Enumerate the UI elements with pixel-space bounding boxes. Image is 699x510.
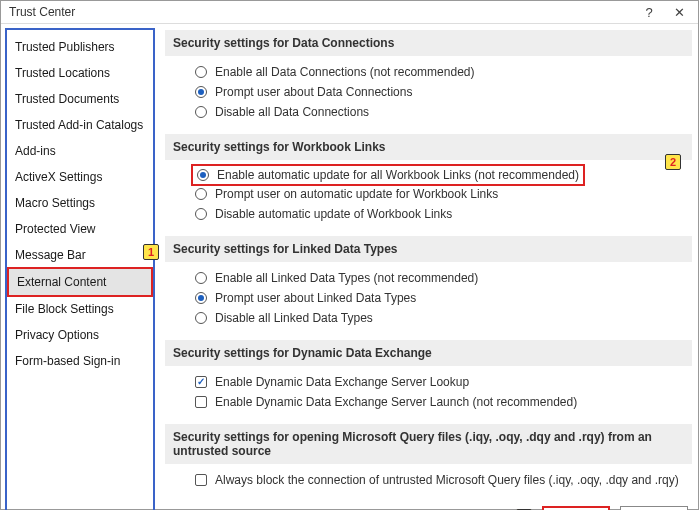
group-linked-data-types: Enable all Linked Data Types (not recomm… xyxy=(165,262,692,334)
sidebar-item-file-block-settings[interactable]: File Block Settings xyxy=(7,296,153,322)
titlebar: Trust Center ? ✕ xyxy=(1,1,698,24)
radio-icon xyxy=(195,312,207,324)
checkbox-icon: ✓ xyxy=(195,376,207,388)
group-query-files: Always block the connection of untrusted… xyxy=(165,464,692,496)
radio-icon xyxy=(195,188,207,200)
radio-icon xyxy=(195,106,207,118)
group-header-dde: Security settings for Dynamic Data Excha… xyxy=(165,340,692,366)
group-dde: ✓ Enable Dynamic Data Exchange Server Lo… xyxy=(165,366,692,418)
sidebar-item-protected-view[interactable]: Protected View xyxy=(7,216,153,242)
sidebar-item-macro-settings[interactable]: Macro Settings xyxy=(7,190,153,216)
radio-icon xyxy=(195,208,207,220)
radio-icon xyxy=(195,66,207,78)
sidebar-item-trusted-locations[interactable]: Trusted Locations xyxy=(7,60,153,86)
checkbox-block-query-files[interactable]: Always block the connection of untrusted… xyxy=(195,470,688,490)
radio-disable-data-connections[interactable]: Disable all Data Connections xyxy=(195,102,688,122)
radio-disable-workbook-links[interactable]: Disable automatic update of Workbook Lin… xyxy=(195,204,688,224)
sidebar-item-message-bar[interactable]: Message Bar 1 xyxy=(7,242,153,268)
radio-prompt-workbook-links[interactable]: Prompt user on automatic update for Work… xyxy=(195,184,688,204)
dialog-buttons: 3 OK Cancel xyxy=(516,506,688,510)
annotation-1: 1 xyxy=(143,244,159,260)
cancel-button[interactable]: Cancel xyxy=(620,506,688,510)
checkbox-icon xyxy=(195,474,207,486)
radio-prompt-data-connections[interactable]: Prompt user about Data Connections xyxy=(195,82,688,102)
dialog-body: Trusted Publishers Trusted Locations Tru… xyxy=(1,24,698,510)
group-header-data-connections: Security settings for Data Connections xyxy=(165,30,692,56)
group-workbook-links: Enable automatic update for all Workbook… xyxy=(165,160,692,230)
group-header-query-files: Security settings for opening Microsoft … xyxy=(165,424,692,464)
sidebar-item-trusted-addin-catalogs[interactable]: Trusted Add-in Catalogs xyxy=(7,112,153,138)
annotation-2: 2 xyxy=(665,154,681,170)
radio-enable-auto-workbook-links[interactable]: Enable automatic update for all Workbook… xyxy=(191,164,585,186)
radio-icon xyxy=(195,86,207,98)
radio-disable-linked-data-types[interactable]: Disable all Linked Data Types xyxy=(195,308,688,328)
help-button[interactable]: ? xyxy=(634,1,664,23)
sidebar-item-trusted-publishers[interactable]: Trusted Publishers xyxy=(7,34,153,60)
radio-icon xyxy=(197,169,209,181)
checkbox-icon xyxy=(195,396,207,408)
sidebar-item-form-based-signin[interactable]: Form-based Sign-in xyxy=(7,348,153,374)
sidebar: Trusted Publishers Trusted Locations Tru… xyxy=(5,28,155,510)
radio-enable-linked-data-types[interactable]: Enable all Linked Data Types (not recomm… xyxy=(195,268,688,288)
group-header-workbook-links: Security settings for Workbook Links xyxy=(165,134,692,160)
radio-prompt-linked-data-types[interactable]: Prompt user about Linked Data Types xyxy=(195,288,688,308)
ok-button[interactable]: OK xyxy=(542,506,610,510)
group-data-connections: Enable all Data Connections (not recomme… xyxy=(165,56,692,128)
sidebar-item-activex-settings[interactable]: ActiveX Settings xyxy=(7,164,153,190)
sidebar-item-privacy-options[interactable]: Privacy Options xyxy=(7,322,153,348)
radio-icon xyxy=(195,292,207,304)
close-button[interactable]: ✕ xyxy=(664,1,694,23)
group-header-linked-data-types: Security settings for Linked Data Types xyxy=(165,236,692,262)
checkbox-dde-lookup[interactable]: ✓ Enable Dynamic Data Exchange Server Lo… xyxy=(195,372,688,392)
sidebar-item-addins[interactable]: Add-ins xyxy=(7,138,153,164)
radio-icon xyxy=(195,272,207,284)
main-panel: Security settings for Data Connections E… xyxy=(159,24,698,510)
radio-enable-all-data-connections[interactable]: Enable all Data Connections (not recomme… xyxy=(195,62,688,82)
sidebar-item-external-content[interactable]: External Content xyxy=(7,267,153,297)
trust-center-dialog: Trust Center ? ✕ Trusted Publishers Trus… xyxy=(0,0,699,510)
window-title: Trust Center xyxy=(9,5,634,19)
checkbox-dde-launch[interactable]: Enable Dynamic Data Exchange Server Laun… xyxy=(195,392,688,412)
sidebar-item-trusted-documents[interactable]: Trusted Documents xyxy=(7,86,153,112)
